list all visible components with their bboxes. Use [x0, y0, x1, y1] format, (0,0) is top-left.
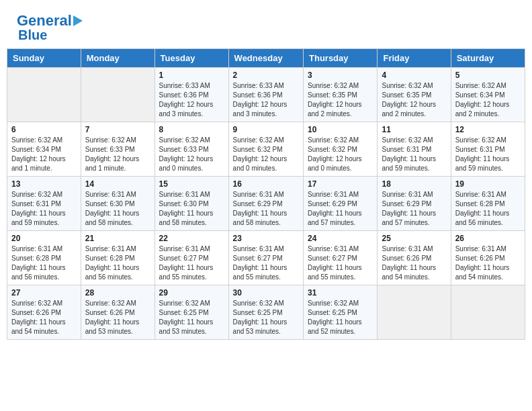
day-info: Sunrise: 6:31 AM Sunset: 6:29 PM Dayligh…: [233, 190, 299, 228]
calendar-cell: 29Sunrise: 6:32 AM Sunset: 6:25 PM Dayli…: [154, 285, 228, 340]
calendar-cell: 2Sunrise: 6:33 AM Sunset: 6:36 PM Daylig…: [228, 68, 303, 122]
calendar-cell: [81, 68, 154, 122]
logo: General Blue: [17, 13, 83, 42]
day-number: 4: [382, 71, 446, 80]
calendar-week-2: 6Sunrise: 6:32 AM Sunset: 6:34 PM Daylig…: [7, 122, 525, 177]
day-number: 11: [382, 125, 446, 134]
calendar-week-1: 1Sunrise: 6:33 AM Sunset: 6:36 PM Daylig…: [7, 68, 525, 122]
calendar-cell: 19Sunrise: 6:31 AM Sunset: 6:28 PM Dayli…: [451, 177, 525, 231]
calendar-cell: 31Sunrise: 6:32 AM Sunset: 6:25 PM Dayli…: [304, 285, 378, 340]
day-info: Sunrise: 6:31 AM Sunset: 6:29 PM Dayligh…: [382, 190, 446, 228]
calendar-cell: 23Sunrise: 6:31 AM Sunset: 6:27 PM Dayli…: [228, 231, 303, 285]
calendar-cell: 7Sunrise: 6:32 AM Sunset: 6:33 PM Daylig…: [81, 122, 154, 177]
calendar-cell: 21Sunrise: 6:31 AM Sunset: 6:28 PM Dayli…: [81, 231, 154, 285]
day-number: 13: [11, 179, 77, 189]
page-header: General Blue: [7, 7, 525, 45]
calendar-header-row: SundayMondayTuesdayWednesdayThursdayFrid…: [7, 49, 525, 68]
day-info: Sunrise: 6:32 AM Sunset: 6:31 PM Dayligh…: [382, 136, 446, 173]
day-number: 29: [159, 288, 224, 298]
calendar-cell: 5Sunrise: 6:32 AM Sunset: 6:34 PM Daylig…: [451, 68, 525, 122]
day-info: Sunrise: 6:32 AM Sunset: 6:25 PM Dayligh…: [308, 299, 373, 336]
day-info: Sunrise: 6:31 AM Sunset: 6:27 PM Dayligh…: [233, 244, 299, 282]
day-info: Sunrise: 6:32 AM Sunset: 6:25 PM Dayligh…: [159, 299, 224, 336]
day-number: 21: [85, 234, 150, 243]
day-number: 22: [159, 234, 224, 243]
calendar-cell: 10Sunrise: 6:32 AM Sunset: 6:32 PM Dayli…: [304, 122, 378, 177]
day-header-friday: Friday: [378, 49, 451, 68]
day-number: 15: [159, 179, 224, 189]
calendar-week-4: 20Sunrise: 6:31 AM Sunset: 6:28 PM Dayli…: [7, 231, 525, 285]
calendar-cell: [378, 285, 451, 340]
day-number: 23: [233, 234, 299, 243]
day-number: 18: [382, 179, 446, 189]
calendar-cell: [451, 285, 525, 340]
logo-blue-text: Blue: [18, 28, 47, 42]
day-info: Sunrise: 6:32 AM Sunset: 6:31 PM Dayligh…: [455, 136, 521, 173]
day-number: 6: [11, 125, 77, 134]
day-number: 2: [233, 71, 299, 80]
day-info: Sunrise: 6:32 AM Sunset: 6:31 PM Dayligh…: [11, 190, 77, 228]
day-info: Sunrise: 6:31 AM Sunset: 6:28 PM Dayligh…: [455, 190, 521, 228]
day-info: Sunrise: 6:31 AM Sunset: 6:26 PM Dayligh…: [455, 244, 521, 282]
day-info: Sunrise: 6:31 AM Sunset: 6:28 PM Dayligh…: [11, 244, 77, 282]
day-info: Sunrise: 6:33 AM Sunset: 6:36 PM Dayligh…: [233, 81, 299, 119]
calendar-cell: 8Sunrise: 6:32 AM Sunset: 6:33 PM Daylig…: [154, 122, 228, 177]
day-number: 26: [455, 234, 521, 243]
day-number: 3: [308, 71, 373, 80]
calendar-cell: 18Sunrise: 6:31 AM Sunset: 6:29 PM Dayli…: [378, 177, 451, 231]
day-header-monday: Monday: [81, 49, 154, 68]
day-number: 7: [85, 125, 150, 134]
day-info: Sunrise: 6:31 AM Sunset: 6:27 PM Dayligh…: [308, 244, 373, 282]
calendar-cell: [7, 68, 81, 122]
day-header-wednesday: Wednesday: [228, 49, 303, 68]
day-number: 14: [85, 179, 150, 189]
calendar-cell: 15Sunrise: 6:31 AM Sunset: 6:30 PM Dayli…: [154, 177, 228, 231]
day-info: Sunrise: 6:32 AM Sunset: 6:33 PM Dayligh…: [85, 136, 150, 173]
day-info: Sunrise: 6:32 AM Sunset: 6:32 PM Dayligh…: [308, 136, 373, 173]
day-info: Sunrise: 6:31 AM Sunset: 6:30 PM Dayligh…: [159, 190, 224, 228]
day-number: 30: [233, 288, 299, 298]
calendar-cell: 20Sunrise: 6:31 AM Sunset: 6:28 PM Dayli…: [7, 231, 81, 285]
day-number: 12: [455, 125, 521, 134]
day-info: Sunrise: 6:32 AM Sunset: 6:33 PM Dayligh…: [159, 136, 224, 173]
logo-arrow-icon: [73, 15, 83, 26]
calendar-cell: 3Sunrise: 6:32 AM Sunset: 6:35 PM Daylig…: [304, 68, 378, 122]
day-number: 10: [308, 125, 373, 134]
day-info: Sunrise: 6:31 AM Sunset: 6:26 PM Dayligh…: [382, 244, 446, 282]
calendar-cell: 16Sunrise: 6:31 AM Sunset: 6:29 PM Dayli…: [228, 177, 303, 231]
day-number: 20: [11, 234, 77, 243]
calendar-cell: 22Sunrise: 6:31 AM Sunset: 6:27 PM Dayli…: [154, 231, 228, 285]
calendar-cell: 1Sunrise: 6:33 AM Sunset: 6:36 PM Daylig…: [154, 68, 228, 122]
day-header-thursday: Thursday: [304, 49, 378, 68]
calendar-cell: 14Sunrise: 6:31 AM Sunset: 6:30 PM Dayli…: [81, 177, 154, 231]
calendar-cell: 4Sunrise: 6:32 AM Sunset: 6:35 PM Daylig…: [378, 68, 451, 122]
day-number: 5: [455, 71, 521, 80]
calendar-cell: 25Sunrise: 6:31 AM Sunset: 6:26 PM Dayli…: [378, 231, 451, 285]
logo-text: General: [17, 13, 72, 28]
day-number: 28: [85, 288, 150, 298]
day-header-saturday: Saturday: [451, 49, 525, 68]
day-number: 19: [455, 179, 521, 189]
day-info: Sunrise: 6:32 AM Sunset: 6:35 PM Dayligh…: [382, 81, 446, 119]
calendar-cell: 24Sunrise: 6:31 AM Sunset: 6:27 PM Dayli…: [304, 231, 378, 285]
calendar-week-3: 13Sunrise: 6:32 AM Sunset: 6:31 PM Dayli…: [7, 177, 525, 231]
day-info: Sunrise: 6:32 AM Sunset: 6:34 PM Dayligh…: [11, 136, 77, 173]
day-info: Sunrise: 6:32 AM Sunset: 6:26 PM Dayligh…: [85, 299, 150, 336]
day-number: 31: [308, 288, 373, 298]
day-number: 24: [308, 234, 373, 243]
day-number: 27: [11, 288, 77, 298]
calendar-cell: 30Sunrise: 6:32 AM Sunset: 6:25 PM Dayli…: [228, 285, 303, 340]
day-info: Sunrise: 6:32 AM Sunset: 6:25 PM Dayligh…: [233, 299, 299, 336]
calendar-cell: 13Sunrise: 6:32 AM Sunset: 6:31 PM Dayli…: [7, 177, 81, 231]
calendar-cell: 27Sunrise: 6:32 AM Sunset: 6:26 PM Dayli…: [7, 285, 81, 340]
calendar-cell: 17Sunrise: 6:31 AM Sunset: 6:29 PM Dayli…: [304, 177, 378, 231]
day-info: Sunrise: 6:32 AM Sunset: 6:26 PM Dayligh…: [11, 299, 77, 336]
calendar-table: SundayMondayTuesdayWednesdayThursdayFrid…: [7, 48, 525, 340]
day-info: Sunrise: 6:31 AM Sunset: 6:30 PM Dayligh…: [85, 190, 150, 228]
calendar-cell: 6Sunrise: 6:32 AM Sunset: 6:34 PM Daylig…: [7, 122, 81, 177]
day-info: Sunrise: 6:31 AM Sunset: 6:29 PM Dayligh…: [308, 190, 373, 228]
day-info: Sunrise: 6:32 AM Sunset: 6:34 PM Dayligh…: [455, 81, 521, 119]
day-number: 16: [233, 179, 299, 189]
day-number: 8: [159, 125, 224, 134]
calendar-cell: 26Sunrise: 6:31 AM Sunset: 6:26 PM Dayli…: [451, 231, 525, 285]
